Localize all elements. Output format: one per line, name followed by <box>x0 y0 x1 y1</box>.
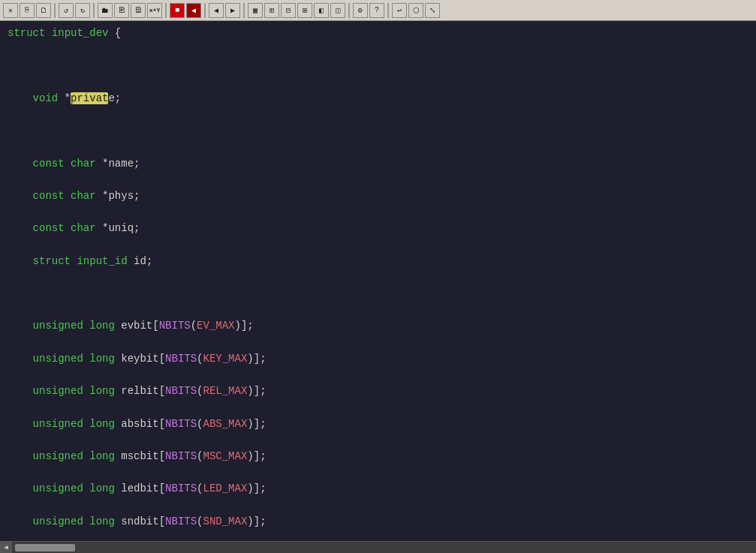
tb-btn-14[interactable]: ◧ <box>314 3 329 18</box>
tb-btn-11[interactable]: ⊞ <box>264 3 279 18</box>
tb-btn-10[interactable]: ▦ <box>248 3 263 18</box>
scrollbar-thumb[interactable] <box>15 544 75 551</box>
tb-btn-undo[interactable]: ↺ <box>59 3 74 18</box>
tb-sep-4 <box>204 3 206 18</box>
code-content: struct input_dev { void *private; const … <box>0 26 756 541</box>
tb-btn-redo[interactable]: ↻ <box>75 3 90 18</box>
tb-btn-2[interactable]: ⎘ <box>20 3 35 18</box>
tb-btn-1[interactable]: ✕ <box>3 3 18 18</box>
tb-btn-fwd[interactable]: ▶ <box>225 3 240 18</box>
horizontal-scrollbar[interactable]: ◀ <box>0 541 756 553</box>
tb-btn-9[interactable]: ◀ <box>186 3 201 18</box>
tb-sep-3 <box>165 3 167 18</box>
tb-sep-6 <box>348 3 350 18</box>
tb-btn-7[interactable]: x+Y <box>147 3 162 18</box>
scrollbar-left-arrow[interactable]: ◀ <box>0 542 12 554</box>
tb-btn-15[interactable]: ◫ <box>330 3 345 18</box>
tb-sep-5 <box>243 3 245 18</box>
tb-sep-7 <box>387 3 389 18</box>
tb-btn-6[interactable]: 🖺 <box>131 3 146 18</box>
tb-sep-2 <box>93 3 95 18</box>
tb-btn-19[interactable]: ⬡ <box>408 3 423 18</box>
tb-sep-1 <box>54 3 56 18</box>
code-area[interactable]: struct input_dev { void *private; const … <box>0 21 756 541</box>
tb-btn-16[interactable]: ⚙ <box>353 3 368 18</box>
tb-btn-12[interactable]: ⊟ <box>281 3 296 18</box>
tb-btn-17[interactable]: ? <box>369 3 384 18</box>
tb-btn-18[interactable]: ↩ <box>392 3 407 18</box>
toolbar: ✕ ⎘ 🗋 ↺ ↻ 🖿 🖹 🖺 x+Y ■ ◀ ◀ ▶ ▦ ⊞ ⊟ ⊠ ◧ ◫ … <box>0 0 756 21</box>
tb-btn-5[interactable]: 🖹 <box>114 3 129 18</box>
tb-btn-13[interactable]: ⊠ <box>297 3 312 18</box>
tb-btn-20[interactable]: ⤡ <box>425 3 440 18</box>
tb-btn-3[interactable]: 🗋 <box>36 3 51 18</box>
tb-btn-8[interactable]: ■ <box>170 3 185 18</box>
tb-btn-4[interactable]: 🖿 <box>98 3 113 18</box>
tb-btn-back[interactable]: ◀ <box>209 3 224 18</box>
